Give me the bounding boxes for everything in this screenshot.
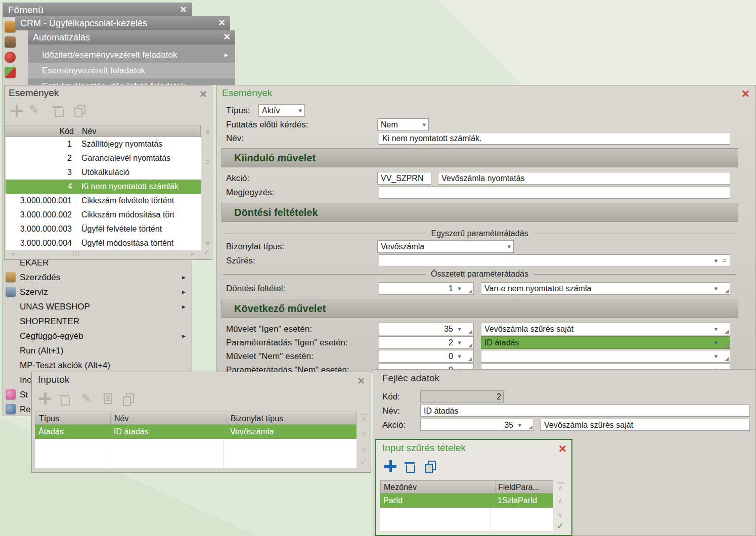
- scroll-right-icon[interactable]: ▸: [188, 249, 198, 257]
- delete-button[interactable]: [405, 461, 415, 473]
- dontesi-name-combo[interactable]: Van-e nem nyomtatott számla ▾: [481, 282, 730, 295]
- column-header-fieldparam[interactable]: FieldPara...: [498, 481, 540, 494]
- column-header-mezonev[interactable]: Mezőnév: [384, 481, 417, 494]
- table-row-selected[interactable]: Átadás ID átadás Vevőszámla: [35, 425, 357, 439]
- cell-fieldparam: 1SzlaParId: [498, 494, 537, 507]
- table-header[interactable]: Mezőnév FieldPara...: [380, 480, 553, 494]
- scroll-up-icon[interactable]: ▲: [203, 127, 212, 135]
- menu-icon[interactable]: [5, 52, 16, 63]
- column-header-nev[interactable]: Név: [114, 412, 128, 425]
- muvelet-nem-name-combo[interactable]: ▾: [481, 350, 730, 363]
- automatizalas-close-icon[interactable]: ×: [224, 30, 230, 43]
- hscrollbar-handle[interactable]: III: [71, 249, 81, 257]
- chevron-down-icon: ▾: [458, 352, 461, 360]
- table-row[interactable]: 2 Garancialevél nyomtatás: [6, 151, 201, 165]
- sidebar-item-shoprenter[interactable]: SHOPRENTER: [3, 314, 192, 329]
- table-row-selected[interactable]: ParId 1SzlaParId: [380, 494, 553, 508]
- column-header-nev[interactable]: Név: [82, 125, 96, 138]
- scroll-down-icon[interactable]: ▼: [203, 239, 212, 247]
- crm-close-icon[interactable]: ×: [218, 16, 225, 29]
- chevron-down-icon: ▾: [714, 352, 718, 360]
- esemenyek-list-close-icon[interactable]: ×: [200, 88, 207, 100]
- crm-titlebar[interactable]: CRM - Ügyfélkapcsolat-kezelés ×: [15, 16, 230, 30]
- table-empty-area[interactable]: [380, 508, 553, 531]
- sidebar-item-unas-webshop[interactable]: UNAS WEBSHOP ▸: [3, 299, 192, 314]
- muvelet-nem-code-combo[interactable]: 0 ▾: [379, 350, 474, 363]
- sidebar-item-szerviz[interactable]: Szerviz ▸: [3, 285, 192, 299]
- menu-icon[interactable]: [5, 67, 16, 78]
- sidebar-item-run[interactable]: Run (Alt+1): [3, 343, 192, 358]
- table-row[interactable]: 3.000.000.003 Ügyfél felvétele történt: [6, 222, 201, 236]
- akcio-name-input[interactable]: Vevőszámla nyomtatás: [438, 172, 730, 185]
- menu-icon[interactable]: [5, 21, 16, 32]
- futtatas-dropdown[interactable]: Nem ▾: [377, 118, 429, 131]
- inputok-window: Inputok × ✎ Típus Név Bizonylat típus Át…: [31, 372, 371, 473]
- nev-input[interactable]: Ki nem nyomtatott számlák.: [379, 132, 730, 145]
- cell-nev: Szállítójegy nyomtatás: [81, 137, 200, 151]
- akcio-code-input[interactable]: VV_SZPRN: [377, 172, 431, 185]
- table-row-selected[interactable]: 4 Ki nem nyomtatott számlák: [6, 180, 201, 194]
- column-header-kod[interactable]: Kód: [6, 125, 77, 138]
- edit-button[interactable]: ✎: [29, 104, 39, 116]
- fomenu-close-icon[interactable]: ×: [180, 3, 187, 16]
- menu-item-idozitett-feladatok[interactable]: Időzített/eseményvezérelt feladatok ▸: [28, 47, 235, 63]
- inputok-close-icon[interactable]: ×: [358, 375, 365, 386]
- detail-close-icon[interactable]: ×: [742, 87, 749, 100]
- table-row[interactable]: 1 Szállítójegy nyomtatás: [6, 137, 201, 151]
- table-header[interactable]: Kód Név: [6, 125, 201, 137]
- document-button[interactable]: [104, 393, 112, 404]
- param-igen-code-combo[interactable]: 2 ▾: [379, 336, 474, 349]
- table-row[interactable]: 3.000.000.001 Cikkszám felvétele történt: [6, 194, 201, 208]
- copy-button[interactable]: [123, 393, 133, 406]
- resize-grip-icon: [468, 330, 472, 334]
- megjegyzes-input[interactable]: [379, 186, 730, 199]
- sidebar-item-mp-teszt[interactable]: MP-Teszt akciók (Alt+4): [3, 358, 192, 373]
- fejlec-akcio-code-combo[interactable]: 35 ▾: [420, 419, 534, 431]
- column-header-bizonylat[interactable]: Bizonylat típus: [231, 412, 283, 425]
- copy-button[interactable]: [74, 105, 84, 117]
- menu-item-eszkozvalasztas-feladatok[interactable]: Eszközválasztás után lefutó feladatok: [28, 78, 235, 85]
- scrollbar-handle[interactable]: ≡: [203, 158, 212, 166]
- tipus-dropdown[interactable]: Aktív ▾: [258, 104, 305, 117]
- divider-line: [533, 234, 736, 234]
- scroll-down-icon[interactable]: ∨: [359, 445, 369, 453]
- edit-button[interactable]: ✎: [81, 392, 92, 405]
- scroll-top-icon[interactable]: ∧: [359, 415, 369, 423]
- muvelet-igen-name-combo[interactable]: Vevőszámla szűrés saját ▾: [481, 323, 730, 335]
- fejlec-akcio-name-input[interactable]: Vevőszámla szűrés saját: [541, 419, 750, 431]
- fomenu-titlebar[interactable]: Főmenü ×: [3, 3, 192, 17]
- add-button[interactable]: [384, 460, 396, 472]
- scroll-top-icon[interactable]: ∧: [555, 483, 565, 492]
- confirm-check-icon[interactable]: ✓: [555, 522, 565, 530]
- resize-grip-icon: [725, 289, 729, 293]
- table-row[interactable]: 3 Utókalkuláció: [6, 165, 201, 180]
- add-button[interactable]: [39, 392, 51, 405]
- confirm-check-icon[interactable]: ✓: [202, 248, 212, 256]
- scroll-up-icon[interactable]: ∧: [359, 429, 369, 437]
- column-header-tipus[interactable]: Típus: [39, 412, 59, 425]
- fejlec-nev-input[interactable]: ID átadás: [420, 405, 750, 417]
- copy-button[interactable]: [425, 461, 435, 473]
- delete-button[interactable]: [53, 105, 63, 117]
- scroll-left-icon[interactable]: ◂: [8, 249, 18, 257]
- confirm-check-icon[interactable]: ✓: [359, 458, 369, 466]
- scroll-up-icon[interactable]: ∧: [555, 497, 565, 505]
- sidebar-item-cegfuggo-egyeb[interactable]: Cégfüggő-egyéb ▸: [3, 329, 192, 343]
- input-szures-close-icon[interactable]: ×: [559, 442, 566, 455]
- table-row[interactable]: 3.000.000.004 Ügyfél módosítása történt: [6, 236, 201, 250]
- szures-combo[interactable]: ▾ =: [379, 254, 730, 267]
- muvelet-igen-code-combo[interactable]: 35 ▾: [379, 323, 474, 335]
- automatizalas-titlebar[interactable]: Automatizálás ×: [28, 30, 235, 44]
- delete-button[interactable]: [59, 393, 69, 406]
- menu-item-esemenyvezerelt-feladatok[interactable]: Eseményvezérelt feladatok: [28, 63, 235, 78]
- sidebar-item-szerzodes[interactable]: Szerződés ▸: [3, 270, 192, 285]
- table-empty-area[interactable]: [35, 439, 357, 468]
- bizonylat-dropdown[interactable]: Vevőszámla ▾: [377, 240, 514, 253]
- scroll-down-icon[interactable]: ∨: [555, 511, 565, 519]
- menu-icon[interactable]: [5, 36, 16, 48]
- table-header[interactable]: Típus Név Bizonylat típus: [35, 412, 357, 425]
- param-igen-name-combo-selected[interactable]: ID átadás ▾: [481, 336, 730, 349]
- dontesi-code-combo[interactable]: 1 ▾: [379, 282, 474, 295]
- add-button[interactable]: [11, 105, 23, 117]
- table-row[interactable]: 3.000.000.002 Cikkszám módosítása tört: [6, 208, 201, 222]
